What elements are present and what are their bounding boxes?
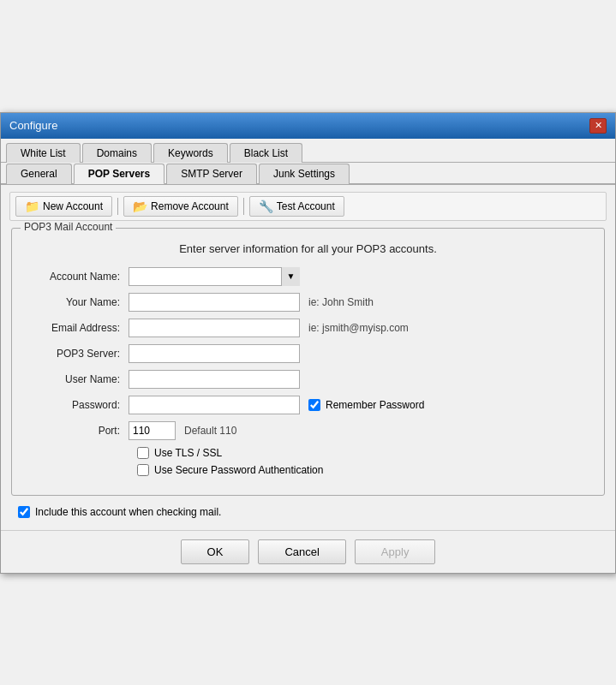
include-account-checkbox[interactable] xyxy=(18,506,30,518)
tabs-row-2: General POP Servers SMTP Server Junk Set… xyxy=(1,163,615,185)
your-name-input[interactable] xyxy=(129,293,300,312)
port-input[interactable] xyxy=(129,421,176,440)
test-account-button[interactable]: 🔧 Test Account xyxy=(249,196,344,217)
cancel-button[interactable]: Cancel xyxy=(258,539,345,564)
tab-white-list[interactable]: White List xyxy=(6,143,81,163)
account-toolbar: 📁 New Account 📂 Remove Account 🔧 Test Ac… xyxy=(9,192,607,221)
tab-content: 📁 New Account 📂 Remove Account 🔧 Test Ac… xyxy=(1,185,615,530)
password-row: Password: Remember Password xyxy=(26,396,590,414)
new-account-label: New Account xyxy=(43,200,103,212)
account-name-select[interactable] xyxy=(129,267,300,286)
spa-row: Use Secure Password Authentication xyxy=(137,464,590,476)
account-name-dropdown-wrapper: ▼ xyxy=(129,267,300,286)
user-name-label: User Name: xyxy=(26,373,129,385)
test-account-label: Test Account xyxy=(277,200,335,212)
port-default-hint: Default 110 xyxy=(184,425,236,437)
tab-black-list[interactable]: Black List xyxy=(230,143,302,163)
pop3-server-input[interactable] xyxy=(129,344,300,363)
tabs-row-1: White List Domains Keywords Black List xyxy=(1,139,615,163)
user-name-input[interactable] xyxy=(129,370,300,389)
email-address-hint: ie: jsmith@myisp.com xyxy=(308,322,409,334)
email-address-row: Email Address: ie: jsmith@myisp.com xyxy=(26,319,590,337)
apply-button[interactable]: Apply xyxy=(355,539,436,564)
port-row: Port: Default 110 xyxy=(26,421,590,440)
new-account-icon: 📁 xyxy=(25,200,39,213)
toolbar-separator-2 xyxy=(243,198,244,215)
your-name-row: Your Name: ie: John Smith xyxy=(26,293,590,312)
spa-label[interactable]: Use Secure Password Authentication xyxy=(154,464,323,476)
remove-account-label: Remove Account xyxy=(151,200,229,212)
your-name-hint: ie: John Smith xyxy=(308,296,374,308)
title-bar-title: Configure xyxy=(9,119,57,132)
tab-keywords[interactable]: Keywords xyxy=(153,143,228,163)
hint-text: Enter server information for all your PO… xyxy=(26,242,590,255)
ok-button[interactable]: OK xyxy=(181,539,250,564)
password-input[interactable] xyxy=(129,396,300,414)
pop3-group-box: POP3 Mail Account Enter server informati… xyxy=(11,228,605,496)
pop3-server-label: POP3 Server: xyxy=(26,348,129,360)
password-label: Password: xyxy=(26,399,129,411)
tab-general[interactable]: General xyxy=(6,164,72,184)
port-label: Port: xyxy=(26,425,129,437)
configure-dialog: Configure ✕ White List Domains Keywords … xyxy=(0,112,616,574)
account-name-label: Account Name: xyxy=(26,271,129,283)
tab-junk-settings[interactable]: Junk Settings xyxy=(259,164,350,184)
tls-row: Use TLS / SSL xyxy=(137,447,590,459)
tab-pop-servers[interactable]: POP Servers xyxy=(74,164,165,184)
group-box-title: POP3 Mail Account xyxy=(21,221,116,233)
email-address-label: Email Address: xyxy=(26,322,129,334)
your-name-label: Your Name: xyxy=(26,296,129,308)
pop3-server-row: POP3 Server: xyxy=(26,344,590,363)
toolbar-separator-1 xyxy=(117,198,118,215)
remember-password-wrapper: Remember Password xyxy=(308,399,424,411)
account-name-row: Account Name: ▼ xyxy=(26,267,590,286)
remove-account-button[interactable]: 📂 Remove Account xyxy=(123,196,238,217)
new-account-button[interactable]: 📁 New Account xyxy=(15,196,112,217)
include-account-label[interactable]: Include this account when checking mail. xyxy=(35,506,221,518)
email-address-input[interactable] xyxy=(129,319,300,337)
tab-domains[interactable]: Domains xyxy=(82,143,152,163)
remove-account-icon: 📂 xyxy=(133,200,147,213)
bottom-buttons: OK Cancel Apply xyxy=(1,530,615,573)
tls-ssl-checkbox[interactable] xyxy=(137,447,149,459)
tls-ssl-label[interactable]: Use TLS / SSL xyxy=(154,447,222,459)
remember-password-label[interactable]: Remember Password xyxy=(326,399,424,411)
remember-password-checkbox[interactable] xyxy=(308,399,320,411)
user-name-row: User Name: xyxy=(26,370,590,389)
test-account-icon: 🔧 xyxy=(259,200,273,213)
close-button[interactable]: ✕ xyxy=(589,118,607,134)
title-bar: Configure ✕ xyxy=(1,113,615,139)
tab-smtp-server[interactable]: SMTP Server xyxy=(166,164,257,184)
include-row: Include this account when checking mail. xyxy=(9,499,607,523)
spa-checkbox[interactable] xyxy=(137,464,149,476)
